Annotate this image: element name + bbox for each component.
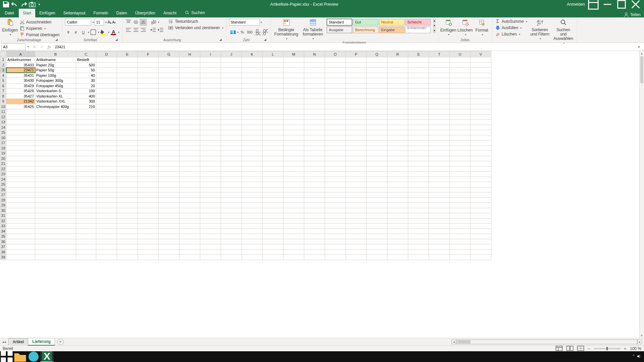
expand-formula-icon[interactable]: ▾ <box>638 45 644 49</box>
cell-R14[interactable] <box>387 125 408 130</box>
cell-M13[interactable] <box>283 120 304 125</box>
cell-M16[interactable] <box>283 135 304 140</box>
cell-V2[interactable] <box>471 62 491 68</box>
paste-button[interactable]: Einfügen▾ <box>3 19 17 36</box>
cell-S37[interactable] <box>408 244 429 250</box>
cell-T13[interactable] <box>429 120 450 125</box>
cell-M14[interactable] <box>283 125 304 130</box>
underline-button[interactable]: U <box>80 29 87 36</box>
cell-N29[interactable] <box>304 203 325 208</box>
cell-E23[interactable] <box>117 172 138 177</box>
cell-U1[interactable] <box>450 57 471 63</box>
row-header-9[interactable]: 9 <box>0 99 6 104</box>
cell-V30[interactable] <box>471 208 491 213</box>
col-header-T[interactable]: T <box>429 51 450 57</box>
cell-A33[interactable] <box>6 224 35 229</box>
cell-A36[interactable] <box>6 239 35 244</box>
cell-C22[interactable] <box>76 166 96 172</box>
cell-M21[interactable] <box>283 161 304 167</box>
cell-C6[interactable]: 20 <box>76 83 96 88</box>
align-center-icon[interactable] <box>132 26 139 33</box>
page-layout-view-icon[interactable] <box>566 346 574 351</box>
cell-E12[interactable] <box>117 114 138 120</box>
cell-O32[interactable] <box>325 218 346 224</box>
cell-D12[interactable] <box>96 114 117 120</box>
cell-D32[interactable] <box>96 218 117 224</box>
cell-L28[interactable] <box>263 197 283 203</box>
cell-O6[interactable] <box>325 83 346 88</box>
cell-N13[interactable] <box>304 120 325 125</box>
cell-V14[interactable] <box>471 125 491 130</box>
cell-U31[interactable] <box>450 213 471 219</box>
cell-K17[interactable] <box>242 140 263 146</box>
close-icon[interactable] <box>630 1 641 8</box>
cell-D11[interactable] <box>96 109 117 115</box>
cell-G4[interactable] <box>159 73 179 78</box>
cell-B32[interactable] <box>35 218 76 224</box>
cell-D26[interactable] <box>96 187 117 192</box>
cell-K6[interactable] <box>242 83 263 88</box>
cell-E4[interactable] <box>117 73 138 78</box>
cell-E8[interactable] <box>117 94 138 99</box>
cell-E32[interactable] <box>117 218 138 224</box>
cell-I23[interactable] <box>200 172 221 177</box>
align-top-icon[interactable] <box>125 19 132 25</box>
cell-N4[interactable] <box>304 73 325 78</box>
cell-Q38[interactable] <box>367 249 387 255</box>
cell-U28[interactable] <box>450 197 471 203</box>
cell-L38[interactable] <box>263 249 283 255</box>
cell-U26[interactable] <box>450 187 471 192</box>
cell-M29[interactable] <box>283 203 304 208</box>
cell-R8[interactable] <box>387 94 408 99</box>
cell-L5[interactable] <box>263 78 283 83</box>
cell-A24[interactable] <box>6 177 35 182</box>
cell-N32[interactable] <box>304 218 325 224</box>
cell-O20[interactable] <box>325 156 346 161</box>
cell-M31[interactable] <box>283 213 304 219</box>
cell-V8[interactable] <box>471 94 491 99</box>
cell-I20[interactable] <box>200 156 221 161</box>
cell-I1[interactable] <box>200 57 221 63</box>
cell-M25[interactable] <box>283 182 304 187</box>
cell-G15[interactable] <box>159 130 179 135</box>
cell-O4[interactable] <box>325 73 346 78</box>
select-all-cell[interactable] <box>0 51 6 57</box>
cell-U39[interactable] <box>450 255 471 260</box>
align-right-icon[interactable] <box>140 26 147 33</box>
cell-V18[interactable] <box>471 145 491 151</box>
cell-L2[interactable] <box>263 62 283 68</box>
styles-more-icon[interactable]: ▾ <box>433 29 435 33</box>
cell-U33[interactable] <box>450 224 471 229</box>
cell-G16[interactable] <box>159 135 179 140</box>
cell-K10[interactable] <box>242 104 263 109</box>
style-standard[interactable]: Standard <box>327 19 352 25</box>
cancel-formula-icon[interactable]: ✕ <box>31 44 38 50</box>
cell-F35[interactable] <box>138 234 159 239</box>
formula-bar[interactable] <box>53 44 638 50</box>
cell-H10[interactable] <box>179 104 200 109</box>
page-break-view-icon[interactable] <box>577 346 584 351</box>
cell-L29[interactable] <box>263 203 283 208</box>
cell-B1[interactable]: Artikelname <box>35 57 76 63</box>
style-erklrender[interactable]: Erklärender … <box>405 26 431 33</box>
cell-D36[interactable] <box>96 239 117 244</box>
cell-U3[interactable] <box>450 68 471 73</box>
edge-icon[interactable] <box>27 351 40 362</box>
cell-M23[interactable] <box>283 172 304 177</box>
name-box[interactable] <box>1 44 25 50</box>
cell-M2[interactable] <box>283 62 304 68</box>
cell-K22[interactable] <box>242 166 263 172</box>
cell-A34[interactable] <box>6 229 35 234</box>
cell-B20[interactable] <box>35 156 76 161</box>
cell-J10[interactable] <box>221 104 242 109</box>
cell-T30[interactable] <box>429 208 450 213</box>
style-eingabe[interactable]: Eingabe <box>379 26 405 33</box>
cell-B11[interactable] <box>35 109 76 115</box>
row-header-23[interactable]: 23 <box>0 172 6 177</box>
cell-L6[interactable] <box>263 83 283 88</box>
cell-O38[interactable] <box>325 249 346 255</box>
cell-S28[interactable] <box>408 197 429 203</box>
cell-J19[interactable] <box>221 151 242 156</box>
search-box[interactable]: Suchen <box>180 8 209 17</box>
row-header-1[interactable]: 1 <box>0 57 6 63</box>
